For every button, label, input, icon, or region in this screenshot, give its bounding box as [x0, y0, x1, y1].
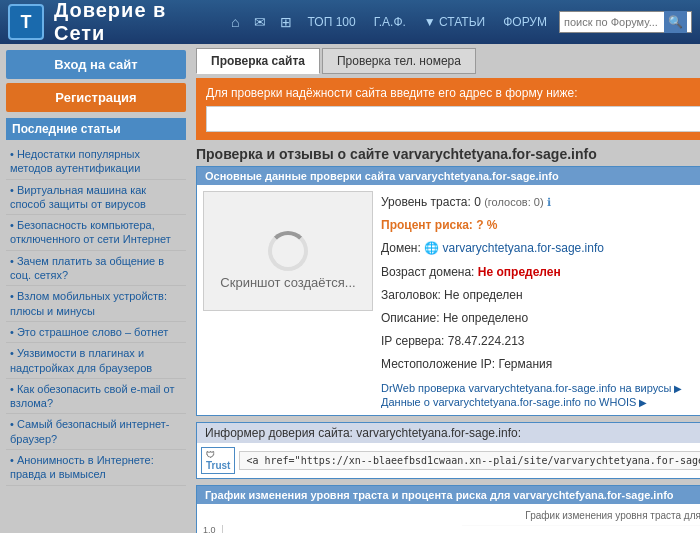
informer-code[interactable]: <a href="https://xn--blaeefbsd1cwaan.xn-…: [239, 451, 700, 470]
trust-votes: (голосов: 0): [484, 196, 543, 208]
trust-row: Уровень траста: 0 (голосов: 0) ℹ: [381, 191, 700, 214]
location-label: Местоположение IP:: [381, 357, 495, 371]
location-value: Германия: [498, 357, 552, 371]
register-button[interactable]: Регистрация: [6, 83, 186, 112]
sidebar: Вход на сайт Регистрация Последние стать…: [0, 44, 192, 533]
location-row: Местоположение IP: Германия: [381, 353, 700, 376]
desc-label: Описание:: [381, 311, 440, 325]
screenshot-area: Скриншот создаётся...: [203, 191, 373, 311]
home-icon[interactable]: ⌂: [227, 12, 243, 32]
check-site-box: Для проверки надёжности сайта введите ег…: [196, 78, 700, 140]
content: Проверка сайта Проверка тел. номера Для …: [192, 44, 700, 533]
risk-row: Процент риска: ? %: [381, 214, 700, 237]
logo-icon: Т: [8, 4, 44, 40]
graph-area: 1.0 0.5 0.0: [203, 525, 700, 534]
recent-articles-title: Последние статьи: [6, 118, 186, 140]
check-links: DrWeb проверка varvarychtetyana.for-sage…: [381, 381, 700, 409]
domain-value[interactable]: varvarychtetyana.for-sage.info: [443, 241, 604, 255]
ip-row: IP сервера: 78.47.224.213: [381, 330, 700, 353]
article-link-item[interactable]: Безопасность компьютера, отключенного от…: [6, 215, 186, 251]
risk-value: ? %: [476, 218, 497, 232]
search-button[interactable]: 🔍: [664, 11, 687, 33]
article-link-item[interactable]: Это страшное слово – ботнет: [6, 322, 186, 343]
nav-forum[interactable]: ФОРУМ: [497, 13, 553, 31]
article-link-item[interactable]: Уязвимости в плагинах и надстройках для …: [6, 343, 186, 379]
desc-row: Описание: Не определено: [381, 307, 700, 330]
nav-faq[interactable]: Г.А.Ф.: [368, 13, 412, 31]
informer-badge: 🛡 Trust: [201, 447, 235, 474]
graph-svg: [222, 525, 700, 534]
graph-wrapper: График изменения уровня траста для varva…: [197, 504, 700, 534]
search-box: 🔍: [559, 11, 692, 33]
virus-check-link[interactable]: DrWeb проверка varvarychtetyana.for-sage…: [381, 381, 700, 395]
age-row: Возраст домена: Не определен: [381, 261, 700, 284]
screenshot-label: Скриншот создаётся...: [220, 275, 355, 290]
age-label: Возраст домена:: [381, 265, 474, 279]
trust-num: 0: [474, 195, 481, 209]
login-button[interactable]: Вход на сайт: [6, 50, 186, 79]
check-site-form: ПРОВЕРКА САЙТА: [206, 106, 700, 132]
desc-value: Не определено: [443, 311, 528, 325]
url-input[interactable]: [206, 106, 700, 132]
article-link-item[interactable]: Как обезопасить свой e-mail от взлома?: [6, 379, 186, 415]
main-layout: Вход на сайт Регистрация Последние стать…: [0, 44, 700, 533]
domain-icon: 🌐: [424, 241, 442, 255]
loading-spinner: [268, 231, 308, 271]
y-axis: 1.0 0.5 0.0: [203, 525, 218, 534]
domain-row: Домен: 🌐 varvarychtetyana.for-sage.info: [381, 237, 700, 260]
site-title: Доверие в Сети: [54, 0, 217, 45]
main-data-header: Основные данные проверки сайта varvarych…: [197, 167, 700, 185]
age-value: Не определен: [478, 265, 561, 279]
main-data-content: Скриншот создаётся... Уровень траста: 0 …: [197, 185, 700, 415]
mail-icon[interactable]: ✉: [250, 12, 270, 32]
data-right: Уровень траста: 0 (голосов: 0) ℹ Процент…: [381, 191, 700, 409]
heading-value: Не определен: [444, 288, 523, 302]
article-link-item[interactable]: Недостатки популярных методов аутентифик…: [6, 144, 186, 180]
article-list: Недостатки популярных методов аутентифик…: [6, 144, 186, 486]
article-link-item[interactable]: Самый безопасный интернет-браузер?: [6, 414, 186, 450]
graph-inner-title: График изменения уровня траста для varva…: [203, 510, 700, 521]
graph-header: График изменения уровня траста и процент…: [197, 486, 700, 504]
trust-info-icon[interactable]: ℹ: [547, 196, 551, 208]
ip-label: IP сервера:: [381, 334, 444, 348]
header: Т Доверие в Сети ⌂ ✉ ⊞ ТОП 100 Г.А.Ф. ▼ …: [0, 0, 700, 44]
article-link-item[interactable]: Анонимность в Интернете: правда и вымысе…: [6, 450, 186, 486]
graph-box: График изменения уровня траста и процент…: [196, 485, 700, 534]
article-link-item[interactable]: Виртуальная машина как способ защиты от …: [6, 180, 186, 216]
whois-link[interactable]: Данные о varvarychtetyana.for-sage.info …: [381, 395, 700, 409]
article-link-item[interactable]: Зачем платить за общение в соц. сетях?: [6, 251, 186, 287]
y-label-1: 1.0: [203, 525, 216, 534]
grid-icon[interactable]: ⊞: [276, 12, 296, 32]
review-title: Проверка и отзывы о сайте varvarychtetya…: [196, 146, 700, 162]
nav-top100[interactable]: ТОП 100: [302, 13, 362, 31]
trust-label: Уровень траста:: [381, 195, 471, 209]
tabs: Проверка сайта Проверка тел. номера: [196, 48, 700, 74]
article-link-item[interactable]: Взлом мобильных устройств: плюсы и минус…: [6, 286, 186, 322]
informer-box: Информер доверия сайта: varvarychtetyana…: [196, 422, 700, 479]
search-input[interactable]: [564, 16, 664, 28]
heading-row: Заголовок: Не определен: [381, 284, 700, 307]
risk-label: Процент риска:: [381, 218, 473, 232]
informer-content: 🛡 Trust <a href="https://xn--blaeefbsd1c…: [197, 443, 700, 478]
tab-check-phone[interactable]: Проверка тел. номера: [322, 48, 476, 74]
informer-header: Информер доверия сайта: varvarychtetyana…: [197, 423, 700, 443]
ip-value: 78.47.224.213: [448, 334, 525, 348]
main-data-box: Основные данные проверки сайта varvarych…: [196, 166, 700, 416]
check-site-prompt: Для проверки надёжности сайта введите ег…: [206, 86, 700, 100]
graph-content: График изменения уровня траста для varva…: [197, 504, 700, 534]
domain-label: Домен:: [381, 241, 421, 255]
nav-bar: ⌂ ✉ ⊞ ТОП 100 Г.А.Ф. ▼ СТАТЬИ ФОРУМ 🔍: [227, 11, 692, 33]
nav-articles[interactable]: ▼ СТАТЬИ: [418, 13, 491, 31]
tab-check-site[interactable]: Проверка сайта: [196, 48, 320, 74]
heading-label: Заголовок:: [381, 288, 441, 302]
